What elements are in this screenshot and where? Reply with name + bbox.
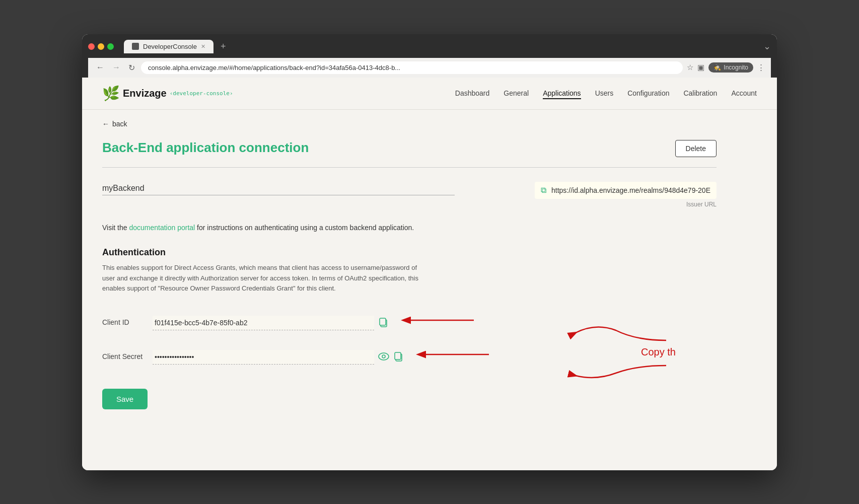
tab-close-button[interactable]: ✕ [201, 43, 205, 50]
more-options-icon[interactable]: ⌄ [763, 41, 771, 52]
browser-window: DeveloperConsole ✕ + ⌄ ← → ↻ ☆ ▣ 🕵 Incog… [82, 34, 777, 470]
client-id-label: Client ID [102, 318, 153, 330]
address-bar-row: ← → ↻ ☆ ▣ 🕵 Incognito ⋮ [88, 58, 771, 78]
client-secret-label: Client Secret [102, 352, 153, 365]
copy-these-annotation: Copy these [565, 325, 676, 386]
logo-text: Envizage [123, 88, 167, 99]
client-secret-input[interactable] [153, 350, 374, 365]
nav-links: Dashboard General Applications Users Con… [455, 87, 757, 99]
client-id-input[interactable] [153, 316, 374, 330]
nav-configuration[interactable]: Configuration [627, 87, 669, 99]
nav-general[interactable]: General [504, 87, 529, 99]
eye-icon [378, 352, 389, 361]
documentation-portal-link[interactable]: documentation portal [129, 224, 195, 232]
reload-button[interactable]: ↻ [126, 62, 137, 74]
svg-rect-1 [380, 318, 386, 325]
nav-account[interactable]: Account [731, 87, 757, 99]
svg-point-5 [382, 355, 385, 358]
issuer-url-row: ⧉ https://id.alpha.envizage.me/realms/94… [535, 182, 717, 199]
client-secret-icons [378, 351, 403, 365]
svg-text:Copy these: Copy these [641, 346, 676, 357]
arrow-annotation-client-id [398, 310, 479, 330]
new-tab-button[interactable]: + [217, 39, 230, 54]
name-input[interactable] [102, 182, 455, 195]
copy-icon-2 [393, 351, 403, 362]
doc-text: Visit the documentation portal for instr… [102, 222, 717, 233]
incognito-icon: 🕵 [713, 64, 721, 71]
page-header: Back-End application connection Delete [102, 140, 717, 157]
doc-text-before: Visit the [102, 224, 129, 232]
tab-bar: DeveloperConsole ✕ + [124, 39, 759, 54]
app-nav: 🌿 Envizage ‹developer-console› Dashboard… [82, 78, 777, 110]
bookmark-button[interactable]: ☆ [687, 63, 693, 72]
nav-calibration[interactable]: Calibration [683, 87, 717, 99]
delete-button[interactable]: Delete [675, 140, 717, 157]
svg-point-4 [379, 353, 389, 360]
logo-icon: 🌿 [102, 85, 120, 102]
browser-toolbar: ☆ ▣ 🕵 Incognito ⋮ [687, 62, 765, 73]
active-tab[interactable]: DeveloperConsole ✕ [124, 40, 213, 53]
traffic-light-red[interactable] [88, 43, 95, 50]
browser-chrome: DeveloperConsole ✕ + ⌄ ← → ↻ ☆ ▣ 🕵 Incog… [82, 34, 777, 78]
more-menu-button[interactable]: ⋮ [757, 63, 765, 72]
issuer-copy-icon[interactable]: ⧉ [541, 186, 546, 195]
sidebar-button[interactable]: ▣ [697, 63, 704, 72]
name-field-area [102, 182, 455, 195]
page-content: ← back Back-End application connection D… [82, 110, 737, 430]
app-content: 🌿 Envizage ‹developer-console› Dashboard… [82, 78, 777, 470]
traffic-light-green[interactable] [107, 43, 114, 50]
tab-title: DeveloperConsole [143, 43, 197, 50]
browser-actions: ⌄ [763, 41, 771, 52]
forward-button[interactable]: → [110, 62, 122, 73]
copy-icon [378, 317, 388, 327]
section-divider [102, 167, 717, 168]
traffic-lights [88, 43, 114, 50]
client-secret-input-wrap [153, 350, 374, 365]
logo-badge: ‹developer-console› [170, 90, 233, 97]
back-button[interactable]: ← [94, 62, 106, 73]
back-link-label: back [112, 120, 127, 128]
incognito-label: Incognito [724, 64, 748, 71]
credentials-area: Client ID [102, 310, 717, 365]
client-secret-copy-button[interactable] [393, 351, 403, 362]
page-title: Back-End application connection [102, 140, 309, 156]
auth-section-title: Authentication [102, 247, 717, 258]
nav-applications[interactable]: Applications [543, 87, 581, 99]
tab-favicon [132, 43, 139, 50]
doc-text-after: for instructions on authenticating using… [195, 224, 414, 232]
nav-dashboard[interactable]: Dashboard [455, 87, 490, 99]
svg-rect-7 [395, 352, 401, 359]
client-id-copy-button[interactable] [378, 317, 388, 327]
auth-description: This enables support for Direct Access G… [102, 263, 424, 294]
form-section: ⧉ https://id.alpha.envizage.me/realms/94… [102, 182, 717, 208]
client-secret-reveal-button[interactable] [378, 352, 389, 361]
back-arrow-icon: ← [102, 120, 109, 128]
back-link[interactable]: ← back [102, 120, 717, 128]
arrow-annotation-client-secret [413, 344, 494, 365]
traffic-light-yellow[interactable] [98, 43, 104, 50]
issuer-url-text: https://id.alpha.envizage.me/realms/948d… [551, 186, 710, 194]
save-button[interactable]: Save [102, 389, 148, 409]
client-id-icons [378, 317, 388, 330]
arrow-to-client-id [398, 310, 479, 330]
client-id-input-wrap [153, 316, 374, 330]
copy-these-arrows-svg: Copy these [565, 325, 676, 386]
arrow-to-client-secret [413, 344, 494, 365]
logo-area: 🌿 Envizage ‹developer-console› [102, 85, 233, 102]
incognito-badge: 🕵 Incognito [708, 62, 753, 73]
nav-users[interactable]: Users [595, 87, 614, 99]
browser-controls: DeveloperConsole ✕ + ⌄ [88, 39, 771, 54]
issuer-label: Issuer URL [686, 201, 717, 208]
issuer-area: ⧉ https://id.alpha.envizage.me/realms/94… [475, 182, 717, 208]
address-input[interactable] [141, 61, 683, 74]
